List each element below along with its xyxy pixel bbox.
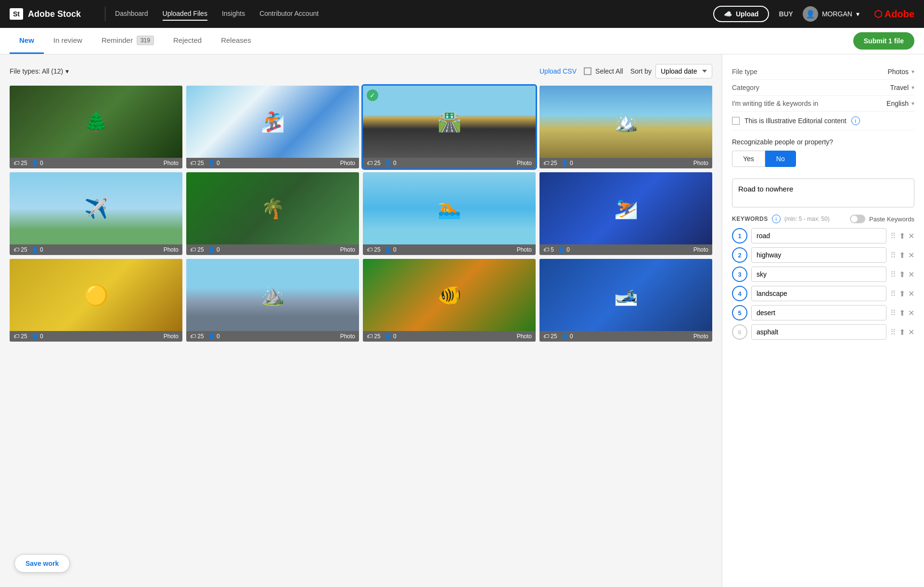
keyword-count: 🏷 25	[367, 160, 381, 166]
sort-select[interactable]: Upload date File name File size	[655, 64, 712, 78]
drag-icon[interactable]: ⠿	[890, 270, 896, 279]
select-all-checkbox[interactable]	[584, 67, 591, 75]
move-up-icon[interactable]: ⬆	[899, 270, 905, 279]
image-footer: 🏷 25👤 0Photo	[10, 158, 182, 168]
image-type-label: Photo	[517, 333, 532, 340]
user-info[interactable]: 👤 MORGAN ▾	[803, 6, 860, 22]
image-card[interactable]: ⛰️🏷 25👤 0Photo	[186, 259, 359, 342]
keywords-header: KEYWORDS i (min: 5 - max: 50) Paste Keyw…	[732, 215, 914, 223]
file-panel: File types: All (12) ▾ Upload CSV Select…	[0, 54, 722, 587]
image-thumbnail: 🏊	[363, 172, 536, 244]
keywords-label: KEYWORDS	[732, 216, 768, 222]
keywords-info-icon[interactable]: i	[772, 215, 781, 223]
language-text: English	[886, 100, 909, 107]
nav-dashboard[interactable]: Dashboard	[115, 7, 148, 21]
nav-contributor-account[interactable]: Contributor Account	[259, 7, 319, 21]
file-type-value[interactable]: Photos ▾	[887, 68, 914, 76]
drag-icon[interactable]: ⠿	[890, 308, 896, 318]
image-thumbnail: 🟡	[10, 259, 182, 331]
image-card[interactable]: 🏊🏷 25👤 0Photo	[363, 172, 536, 255]
keyword-row: 2⠿⬆✕	[732, 247, 914, 263]
drag-icon[interactable]: ⠿	[890, 251, 896, 260]
remove-keyword-icon[interactable]: ✕	[908, 231, 914, 241]
editorial-info-icon[interactable]: i	[851, 116, 860, 125]
image-card[interactable]: 🎿🏷 25👤 0Photo	[539, 259, 712, 342]
image-card[interactable]: 🏔️🏷 25👤 0Photo	[539, 86, 712, 168]
keyword-row: 3⠿⬆✕	[732, 267, 914, 282]
keyword-input[interactable]	[751, 247, 886, 263]
keyword-input[interactable]	[751, 324, 886, 340]
image-card[interactable]: ✓🛣️🏷 25👤 0Photo	[363, 86, 536, 168]
submit-button[interactable]: Submit 1 file	[853, 32, 914, 50]
image-footer: 🏷 25👤 0Photo	[186, 331, 359, 342]
people-count: 👤 0	[561, 160, 573, 166]
drag-icon[interactable]: ⠿	[890, 289, 896, 298]
nav-insights[interactable]: Insights	[222, 7, 245, 21]
remove-keyword-icon[interactable]: ✕	[908, 328, 914, 337]
tab-in-review[interactable]: In review	[44, 28, 92, 54]
image-card[interactable]: 🐠🏷 25👤 0Photo	[363, 259, 536, 342]
language-value[interactable]: English ▾	[886, 100, 914, 107]
image-card[interactable]: ⛷️🏷 5👤 0Photo	[539, 172, 712, 255]
nav-uploaded-files[interactable]: Uploaded Files	[163, 7, 207, 21]
tab-new[interactable]: New	[10, 28, 44, 54]
paste-keywords-toggle[interactable]	[850, 215, 865, 223]
remove-keyword-icon[interactable]: ✕	[908, 289, 914, 298]
keyword-input[interactable]	[751, 286, 886, 301]
file-types-button[interactable]: File types: All (12) ▾	[10, 67, 69, 75]
move-up-icon[interactable]: ⬆	[899, 328, 905, 337]
keyword-count: 🏷 25	[13, 333, 27, 340]
drag-icon[interactable]: ⠿	[890, 231, 896, 241]
adobe-logo: ⬡ Adobe	[874, 8, 914, 20]
keyword-input[interactable]	[751, 228, 886, 243]
image-type-label: Photo	[340, 246, 355, 253]
image-card[interactable]: 🌴🏷 25👤 0Photo	[186, 172, 359, 255]
upload-button[interactable]: ☁️ Upload	[713, 6, 769, 22]
upload-csv-button[interactable]: Upload CSV	[539, 67, 577, 75]
keyword-count: 🏷 25	[367, 333, 381, 340]
image-card[interactable]: ✈️🏷 25👤 0Photo	[10, 172, 182, 255]
remove-keyword-icon[interactable]: ✕	[908, 251, 914, 260]
remove-keyword-icon[interactable]: ✕	[908, 308, 914, 318]
move-up-icon[interactable]: ⬆	[899, 308, 905, 318]
tab-releases[interactable]: Releases	[211, 28, 261, 54]
image-card[interactable]: 🟡🏷 25👤 0Photo	[10, 259, 182, 342]
image-thumbnail: 🌲	[10, 86, 182, 158]
file-types-label: File types: All (12)	[10, 67, 63, 75]
no-button[interactable]: No	[765, 151, 796, 167]
image-card[interactable]: 🏂🏷 25👤 0Photo	[186, 86, 359, 168]
keyword-number: 2	[732, 247, 747, 263]
people-count: 👤 0	[31, 160, 43, 166]
move-up-icon[interactable]: ⬆	[899, 231, 905, 241]
category-value[interactable]: Travel ▾	[890, 84, 914, 91]
brand-name: Adobe Stock	[28, 9, 81, 19]
recognizable-toggle: Yes No	[732, 151, 914, 167]
title-input[interactable]: Road to nowhere	[732, 179, 914, 207]
language-chevron: ▾	[911, 100, 914, 107]
image-card[interactable]: 🌲🏷 25👤 0Photo	[10, 86, 182, 168]
tab-reminder[interactable]: Reminder 319	[92, 28, 164, 54]
image-footer: 🏷 5👤 0Photo	[539, 244, 712, 255]
yes-button[interactable]: Yes	[732, 151, 765, 167]
header-nav: Dashboard Uploaded Files Insights Contri…	[115, 7, 713, 21]
save-work-button[interactable]: Save work	[14, 554, 70, 573]
select-all-wrap[interactable]: Select All	[584, 67, 623, 75]
keyword-input[interactable]	[751, 305, 886, 320]
drag-icon[interactable]: ⠿	[890, 328, 896, 337]
keyword-row: 4⠿⬆✕	[732, 286, 914, 301]
language-label: I'm writing title & keywords in	[732, 100, 818, 107]
move-up-icon[interactable]: ⬆	[899, 289, 905, 298]
image-thumbnail: 🐠	[363, 259, 536, 331]
recognizable-label: Recognizable people or property?	[732, 138, 914, 146]
user-name: MORGAN	[822, 10, 852, 18]
keyword-input[interactable]	[751, 267, 886, 282]
remove-keyword-icon[interactable]: ✕	[908, 270, 914, 279]
move-up-icon[interactable]: ⬆	[899, 251, 905, 260]
buy-link[interactable]: BUY	[779, 10, 793, 18]
tab-rejected[interactable]: Rejected	[164, 28, 211, 54]
logo: St Adobe Stock	[10, 8, 81, 20]
language-row: I'm writing title & keywords in English …	[732, 96, 914, 112]
editorial-checkbox[interactable]	[732, 117, 740, 125]
right-panel: File type Photos ▾ Category Travel ▾ I'm…	[722, 54, 924, 587]
people-count: 👤 0	[561, 333, 573, 340]
